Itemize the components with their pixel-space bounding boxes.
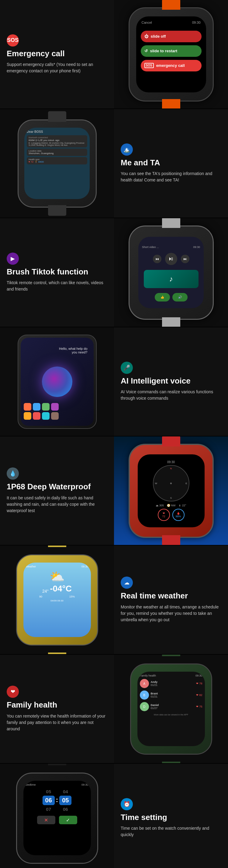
hour-selected[interactable]: 06	[42, 796, 55, 805]
emergency-icon: SOS	[7, 34, 19, 46]
meta-icon: 🏔️	[121, 144, 133, 156]
me-and-ta-screen: Dear BOSS bluetooth connected 600M から何 y…	[24, 128, 90, 199]
family-member-2: B Brant 01/21 ❤ 82	[140, 690, 202, 700]
section-time-setting: ⏰ Time setting Time can be set on the wa…	[0, 764, 228, 868]
slide-off-label: slide off	[151, 34, 166, 39]
time-colon: :	[56, 796, 58, 805]
more-app-label: More data can be viewed in the APP	[140, 714, 202, 716]
short-video-label: Short video ...	[142, 246, 159, 249]
wind-val: 15%	[69, 595, 75, 598]
min-bottom: 06	[60, 806, 70, 813]
time-setting-icon: ⏰	[121, 798, 133, 810]
weather-loc-label: Weather	[26, 565, 36, 568]
volume-btn[interactable]: 🔊	[172, 293, 188, 302]
me-and-ta-text: 🏔️ Me and TA You can see the TA's positi…	[114, 109, 228, 218]
family-member-1: A Andy 01/21 ❤ 78	[140, 679, 202, 688]
tiktok-screen: Short video ... 09:30 ⏮ ⏯ ⏭ ♪ 👍 🔊	[138, 237, 204, 308]
waterproof-text: 💧 1P68 Deep Waterproof It can be used sa…	[0, 436, 114, 545]
waterproof-title: 1P68 Deep Waterproof	[7, 482, 91, 491]
section-ai-voice: 🎤 AI Intelligent voice AI Voice commands…	[0, 327, 228, 436]
tiktok-title: Brush Tiktok function	[7, 267, 88, 277]
ai-voice-text: 🎤 AI Intelligent voice AI Voice commands…	[114, 327, 228, 436]
slide-off-btn[interactable]: ⏻ slide off	[141, 31, 202, 42]
short-video-time: 09:30	[193, 246, 200, 249]
sos-label-icon: SOS	[144, 63, 154, 68]
water-screen: 09:30 N S E W ⊕ ⛰ 305 🧭 NW 🌡 22°	[138, 454, 205, 527]
next-btn[interactable]: ⏭	[181, 255, 190, 263]
water-watch: 09:30 N S E W ⊕ ⛰ 305 🧭 NW 🌡 22°	[129, 444, 214, 538]
waterproof-desc: It can be used safely in daily life such…	[7, 495, 107, 514]
weather-text: ☁ Real time weather Monitor the weather …	[114, 546, 228, 654]
ai-voice-desc: AI Voice commands can realize various fu…	[121, 389, 221, 401]
ai-voice-title: AI Intelligent voice	[121, 376, 191, 386]
ai-voice-image: Hello, what help doyou need?	[0, 327, 114, 436]
prev-btn[interactable]: ⏮	[153, 255, 162, 263]
bedtime-label: Bedtime	[26, 783, 36, 786]
section-waterproof: 💧 1P68 Deep Waterproof It can be used sa…	[0, 436, 228, 546]
section-me-and-ta: 🏔️ Me and TA You can see the TA's positi…	[0, 109, 228, 218]
family-health-image: Family health 09:30 A Andy 01/21 ❤ 78 B	[114, 655, 228, 763]
family-member-3: D Daniel 01/27 ❤ 75	[140, 702, 202, 711]
ai-voice-icon: 🎤	[121, 362, 133, 374]
time-picker: 05 06 07 : 04 05 06	[26, 788, 88, 813]
emergency-desc: Support emergency calls* (You need to se…	[7, 61, 107, 74]
play-pause-btn[interactable]: ⏯	[165, 253, 177, 265]
weather-title: Real time weather	[121, 591, 188, 600]
tiktok-icon: ▶	[7, 253, 19, 265]
tiktok-watch-image: Short video ... 09:30 ⏮ ⏯ ⏭ ♪ 👍 🔊	[114, 218, 228, 327]
section-tiktok: ▶ Brush Tiktok function Tiktok remote co…	[0, 218, 228, 327]
time-screen: Bedtime 09:30 05 06 07 : 04 05	[23, 781, 91, 855]
family-watch: Family health 09:30 A Andy 01/21 ❤ 78 B	[130, 663, 212, 755]
compass: N S E W ⊕	[153, 465, 190, 501]
family-health-desc: You can remotely view the health informa…	[7, 713, 107, 732]
like-btn[interactable]: 👍	[155, 293, 170, 302]
teal-display: ♪	[144, 270, 199, 288]
weather-icon: ☁	[121, 577, 133, 589]
emergency-watch-screen: Cancel 09:30 ⏻ slide off ↺ slide to rest…	[136, 17, 206, 92]
family-health-title: Family health	[7, 700, 57, 710]
family-screen: Family health 09:30 A Andy 01/21 ❤ 78 B	[137, 672, 205, 746]
emergency-watch-mock: Cancel 09:30 ⏻ slide off ↺ slide to rest…	[129, 7, 214, 101]
me-and-ta-desc: You can see the TA's positioning informa…	[121, 170, 221, 183]
family-header-label: Family health	[140, 674, 156, 677]
me-and-ta-watch: Dear BOSS bluetooth connected 600M から何 y…	[18, 119, 97, 208]
hour-bottom: 07	[44, 806, 54, 813]
weather-screen: Weather 09:30 ⛅ 24° -04°C 90 15% 04/09 0…	[23, 563, 91, 637]
weather-desc: Monitor the weather at all times, arrang…	[121, 604, 221, 623]
time-setting-text: ⏰ Time setting Time can be set on the wa…	[114, 764, 228, 868]
weather-temp: -04°C	[50, 584, 72, 594]
me-and-ta-image: Dear BOSS bluetooth connected 600M から何 y…	[0, 109, 114, 218]
tiktok-desc: Tiktok remote control, which can like no…	[7, 280, 107, 292]
weather-date: 04/09 09:30	[26, 599, 88, 602]
siri-ball	[42, 367, 73, 397]
section-family-health: ❤ Family health You can remotely view th…	[0, 655, 228, 764]
time-confirm-btn[interactable]: ✓	[59, 816, 77, 824]
section-emergency-call: SOS Emergency call Support emergency cal…	[0, 0, 228, 109]
time-cancel-btn[interactable]: ✕	[37, 816, 55, 824]
emergency-watch-image: Cancel 09:30 ⏻ slide off ↺ slide to rest…	[114, 0, 228, 108]
time-setting-desc: Time can be set on the watch convenientl…	[121, 825, 221, 838]
min-selected[interactable]: 05	[59, 796, 72, 805]
section-weather: ☁ Real time weather Monitor the weather …	[0, 546, 228, 655]
slide-restart-btn[interactable]: ↺ slide to restart	[141, 45, 202, 57]
emergency-call-text: SOS Emergency call Support emergency cal…	[0, 0, 114, 108]
hour-top: 05	[44, 788, 54, 795]
family-health-text: ❤ Family health You can remotely view th…	[0, 655, 114, 763]
weather-watch: Weather 09:30 ⛅ 24° -04°C 90 15% 04/09 0…	[16, 554, 98, 646]
waterproof-image: 09:30 N S E W ⊕ ⛰ 305 🧭 NW 🌡 22°	[114, 436, 228, 545]
emergency-call-label: emergency call	[156, 63, 185, 68]
family-time: 09:30	[196, 674, 202, 677]
sos-btn[interactable]: SOS emergency call	[141, 60, 202, 71]
phone-screen: Hello, what help doyou need?	[21, 338, 94, 426]
phone-mock: Hello, what help doyou need?	[18, 335, 97, 429]
bedtime-time: 09:30	[82, 783, 88, 786]
weather-icon-display: ⛅	[26, 569, 88, 584]
humidity-val: 90	[39, 595, 42, 598]
time-label: 09:30	[192, 21, 201, 24]
weather-time: 09:30	[82, 565, 88, 568]
time-setting-image: Bedtime 09:30 05 06 07 : 04 05	[0, 764, 114, 868]
family-health-icon: ❤	[7, 686, 19, 698]
slide-restart-label: slide to restart	[150, 49, 177, 53]
siri-greeting: Hello, what help doyou need?	[59, 347, 88, 354]
min-top: 04	[60, 788, 70, 795]
